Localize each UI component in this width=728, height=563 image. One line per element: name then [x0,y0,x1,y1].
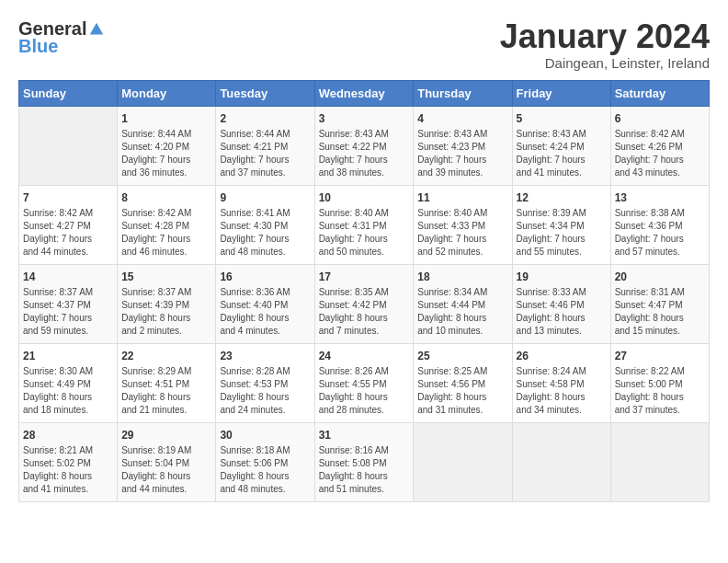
day-number: 10 [319,191,410,204]
logo-blue-text: Blue [18,36,58,57]
day-number: 11 [417,191,507,204]
day-info: Sunrise: 8:41 AM Sunset: 4:30 PM Dayligh… [220,207,310,259]
day-number: 24 [319,350,410,362]
day-number: 31 [319,429,410,442]
calendar-cell: 14Sunrise: 8:37 AM Sunset: 4:37 PM Dayli… [19,264,118,343]
weekday-header-wednesday: Wednesday [314,80,414,106]
day-number: 23 [220,350,310,362]
day-number: 17 [319,270,410,283]
logo: General Blue [18,18,105,57]
day-number: 16 [220,270,310,283]
month-title: January 2024 [500,18,710,55]
day-info: Sunrise: 8:21 AM Sunset: 5:02 PM Dayligh… [23,444,113,496]
day-number: 14 [23,270,113,283]
day-info: Sunrise: 8:19 AM Sunset: 5:04 PM Dayligh… [121,444,211,496]
calendar-week-row: 28Sunrise: 8:21 AM Sunset: 5:02 PM Dayli… [19,422,710,501]
calendar-cell: 3Sunrise: 8:43 AM Sunset: 4:22 PM Daylig… [314,106,414,185]
calendar-cell: 5Sunrise: 8:43 AM Sunset: 4:24 PM Daylig… [512,106,610,185]
calendar-week-row: 1Sunrise: 8:44 AM Sunset: 4:20 PM Daylig… [19,106,710,185]
calendar-cell: 30Sunrise: 8:18 AM Sunset: 5:06 PM Dayli… [216,422,314,501]
calendar-week-row: 7Sunrise: 8:42 AM Sunset: 4:27 PM Daylig… [19,185,710,264]
day-number: 30 [220,429,310,442]
weekday-header-saturday: Saturday [610,80,709,106]
calendar-cell: 23Sunrise: 8:28 AM Sunset: 4:53 PM Dayli… [216,343,314,422]
calendar-cell: 17Sunrise: 8:35 AM Sunset: 4:42 PM Dayli… [314,264,414,343]
day-info: Sunrise: 8:43 AM Sunset: 4:24 PM Dayligh… [517,128,607,179]
day-info: Sunrise: 8:43 AM Sunset: 4:22 PM Dayligh… [319,128,410,179]
calendar-cell: 18Sunrise: 8:34 AM Sunset: 4:44 PM Dayli… [414,264,512,343]
day-info: Sunrise: 8:22 AM Sunset: 5:00 PM Dayligh… [615,365,705,417]
day-info: Sunrise: 8:35 AM Sunset: 4:42 PM Dayligh… [319,286,410,338]
day-info: Sunrise: 8:31 AM Sunset: 4:47 PM Dayligh… [615,286,705,338]
calendar-cell: 19Sunrise: 8:33 AM Sunset: 4:46 PM Dayli… [512,264,610,343]
day-number: 9 [220,191,310,204]
day-number: 4 [417,112,507,125]
day-number: 7 [23,191,113,204]
day-number: 1 [121,112,211,125]
calendar-cell [610,422,709,501]
calendar-cell: 2Sunrise: 8:44 AM Sunset: 4:21 PM Daylig… [216,106,314,185]
day-number: 3 [319,112,410,125]
logo-icon [88,21,105,38]
calendar-cell: 25Sunrise: 8:25 AM Sunset: 4:56 PM Dayli… [414,343,512,422]
day-info: Sunrise: 8:38 AM Sunset: 4:36 PM Dayligh… [615,207,705,259]
day-info: Sunrise: 8:40 AM Sunset: 4:33 PM Dayligh… [417,207,507,259]
calendar-week-row: 14Sunrise: 8:37 AM Sunset: 4:37 PM Dayli… [19,264,710,343]
calendar-cell: 1Sunrise: 8:44 AM Sunset: 4:20 PM Daylig… [118,106,216,185]
calendar-cell: 29Sunrise: 8:19 AM Sunset: 5:04 PM Dayli… [118,422,216,501]
location-subtitle: Daingean, Leinster, Ireland [500,55,710,71]
page-header: General Blue January 2024 Daingean, Lein… [18,18,710,71]
calendar-header-row: SundayMondayTuesdayWednesdayThursdayFrid… [19,80,710,106]
calendar-week-row: 21Sunrise: 8:30 AM Sunset: 4:49 PM Dayli… [19,343,710,422]
day-info: Sunrise: 8:42 AM Sunset: 4:27 PM Dayligh… [23,207,113,259]
day-info: Sunrise: 8:42 AM Sunset: 4:28 PM Dayligh… [121,207,211,259]
day-info: Sunrise: 8:40 AM Sunset: 4:31 PM Dayligh… [319,207,410,259]
day-number: 6 [615,112,705,125]
calendar-cell: 8Sunrise: 8:42 AM Sunset: 4:28 PM Daylig… [118,185,216,264]
day-number: 5 [517,112,607,125]
calendar-cell: 21Sunrise: 8:30 AM Sunset: 4:49 PM Dayli… [19,343,118,422]
calendar-table: SundayMondayTuesdayWednesdayThursdayFrid… [18,80,710,502]
day-number: 15 [121,270,211,283]
calendar-cell: 16Sunrise: 8:36 AM Sunset: 4:40 PM Dayli… [216,264,314,343]
day-info: Sunrise: 8:26 AM Sunset: 4:55 PM Dayligh… [319,365,410,417]
day-number: 18 [417,270,507,283]
day-number: 21 [23,350,113,362]
day-number: 12 [517,191,607,204]
calendar-cell: 31Sunrise: 8:16 AM Sunset: 5:08 PM Dayli… [314,422,414,501]
day-number: 19 [517,270,607,283]
calendar-cell: 15Sunrise: 8:37 AM Sunset: 4:39 PM Dayli… [118,264,216,343]
day-number: 22 [121,350,211,362]
day-info: Sunrise: 8:24 AM Sunset: 4:58 PM Dayligh… [517,365,607,417]
day-number: 29 [121,429,211,442]
calendar-cell [512,422,610,501]
day-info: Sunrise: 8:18 AM Sunset: 5:06 PM Dayligh… [220,444,310,496]
day-info: Sunrise: 8:34 AM Sunset: 4:44 PM Dayligh… [417,286,507,338]
day-info: Sunrise: 8:25 AM Sunset: 4:56 PM Dayligh… [417,365,507,417]
day-info: Sunrise: 8:42 AM Sunset: 4:26 PM Dayligh… [615,128,705,179]
day-info: Sunrise: 8:43 AM Sunset: 4:23 PM Dayligh… [417,128,507,179]
day-number: 20 [615,270,705,283]
weekday-header-sunday: Sunday [19,80,118,106]
day-number: 13 [615,191,705,204]
day-info: Sunrise: 8:30 AM Sunset: 4:49 PM Dayligh… [23,365,113,417]
day-info: Sunrise: 8:16 AM Sunset: 5:08 PM Dayligh… [319,444,410,496]
calendar-cell [19,106,118,185]
calendar-cell: 7Sunrise: 8:42 AM Sunset: 4:27 PM Daylig… [19,185,118,264]
title-section: January 2024 Daingean, Leinster, Ireland [500,18,710,71]
calendar-cell: 24Sunrise: 8:26 AM Sunset: 4:55 PM Dayli… [314,343,414,422]
day-info: Sunrise: 8:33 AM Sunset: 4:46 PM Dayligh… [517,286,607,338]
calendar-cell: 12Sunrise: 8:39 AM Sunset: 4:34 PM Dayli… [512,185,610,264]
day-number: 28 [23,429,113,442]
day-number: 2 [220,112,310,125]
calendar-cell: 6Sunrise: 8:42 AM Sunset: 4:26 PM Daylig… [610,106,709,185]
day-info: Sunrise: 8:44 AM Sunset: 4:20 PM Dayligh… [121,128,211,179]
day-info: Sunrise: 8:37 AM Sunset: 4:39 PM Dayligh… [121,286,211,338]
calendar-cell: 27Sunrise: 8:22 AM Sunset: 5:00 PM Dayli… [610,343,709,422]
day-info: Sunrise: 8:29 AM Sunset: 4:51 PM Dayligh… [121,365,211,417]
day-number: 26 [517,350,607,362]
weekday-header-thursday: Thursday [414,80,512,106]
calendar-cell: 9Sunrise: 8:41 AM Sunset: 4:30 PM Daylig… [216,185,314,264]
day-info: Sunrise: 8:44 AM Sunset: 4:21 PM Dayligh… [220,128,310,179]
calendar-cell: 13Sunrise: 8:38 AM Sunset: 4:36 PM Dayli… [610,185,709,264]
